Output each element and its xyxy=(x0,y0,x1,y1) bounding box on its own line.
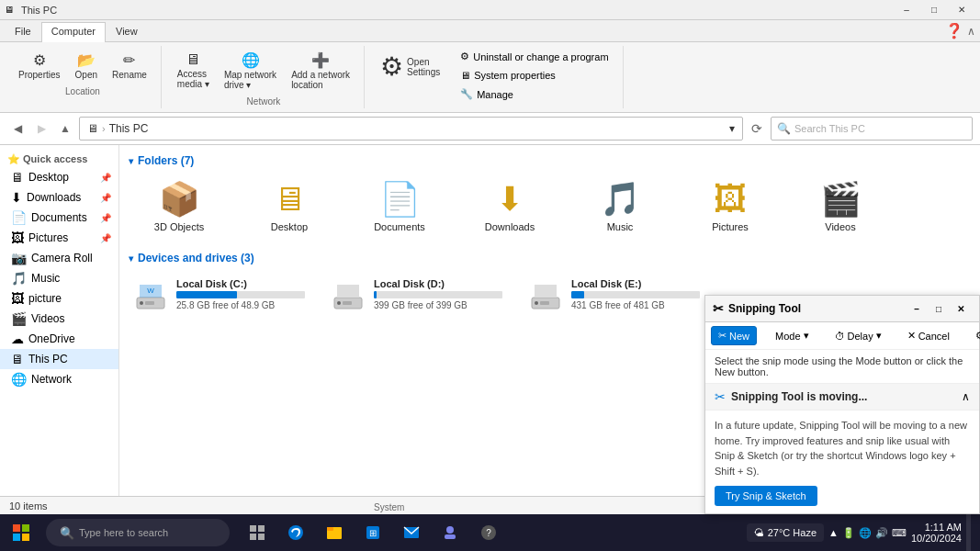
snipping-cancel-button[interactable]: ✕ Cancel xyxy=(900,326,957,345)
folder-3d-objects[interactable]: 📦 3D Objects xyxy=(129,174,230,238)
snipping-minimize-button[interactable]: – xyxy=(906,299,928,318)
access-media-button[interactable]: 🖥 Accessmedia ▾ xyxy=(171,48,216,94)
refresh-button[interactable]: ⟳ xyxy=(747,118,767,139)
snipping-title-bar: ✂ Snipping Tool – □ ✕ xyxy=(705,296,979,322)
taskbar: 🔍 Type here to search xyxy=(0,514,980,551)
sidebar-item-pictures[interactable]: 🖼 Pictures 📌 xyxy=(0,228,118,248)
weather-widget[interactable]: 🌤 27°C Haze xyxy=(747,523,824,542)
snipping-tool-window: ✂ Snipping Tool – □ ✕ ✂ New Mode ▾ ⏱ Del… xyxy=(704,295,980,514)
forward-button[interactable]: ▶ xyxy=(31,118,51,139)
pin-icon-2: 📌 xyxy=(100,193,111,203)
snipping-new-button[interactable]: ✂ New xyxy=(711,326,757,345)
folder-desktop[interactable]: 🖥 Desktop xyxy=(239,174,340,238)
snipping-mode-button[interactable]: Mode ▾ xyxy=(768,326,817,345)
sidebar-item-network[interactable]: 🌐 Network xyxy=(0,369,118,389)
close-button[interactable]: ✕ xyxy=(948,0,975,20)
window-icon: 🖥 xyxy=(5,5,14,15)
tab-view[interactable]: View xyxy=(106,22,148,41)
sidebar-item-picture[interactable]: 🖼 picture xyxy=(0,288,118,309)
open-settings-button[interactable]: ⚙ OpenSettings xyxy=(374,48,446,86)
uninstall-button[interactable]: ⚙ Uninstall or change a program xyxy=(454,48,614,65)
drive-e[interactable]: Local Disk (E:) 431 GB free of 481 GB xyxy=(524,272,707,316)
sidebar-item-camera-roll[interactable]: 📷 Camera Roll xyxy=(0,248,118,268)
sidebar-item-videos[interactable]: 🎬 Videos xyxy=(0,309,118,329)
map-network-icon: 🌐 xyxy=(242,51,260,69)
back-button[interactable]: ◀ xyxy=(7,118,28,139)
rename-button[interactable]: ✏ Rename xyxy=(106,48,153,84)
svg-text:?: ? xyxy=(486,528,491,538)
documents-icon: 📄 xyxy=(11,210,27,225)
network-tray-icon[interactable]: 🌐 xyxy=(859,527,872,539)
start-button[interactable] xyxy=(0,514,41,551)
sidebar-item-downloads[interactable]: ⬇ Downloads 📌 xyxy=(0,187,118,208)
snipping-options-button[interactable]: ⚙ Options xyxy=(968,326,980,345)
onedrive-icon: ☁ xyxy=(11,332,24,346)
drive-e-icon xyxy=(529,277,562,310)
snipping-close-button[interactable]: ✕ xyxy=(950,299,972,318)
open-button[interactable]: 📂 Open xyxy=(69,48,104,84)
snipping-delay-button[interactable]: ⏱ Delay ▾ xyxy=(828,326,889,345)
teams-button[interactable] xyxy=(432,514,468,551)
drive-d[interactable]: Local Disk (D:) 399 GB free of 399 GB xyxy=(326,272,510,316)
show-desktop-button[interactable] xyxy=(966,514,971,551)
try-snip-sketch-button[interactable]: Try Snip & Sketch xyxy=(715,486,817,506)
address-path[interactable]: 🖥 › This PC ▾ xyxy=(79,117,743,141)
folder-pictures[interactable]: 🖼 Pictures xyxy=(680,174,781,238)
drive-d-info: Local Disk (D:) 399 GB free of 399 GB xyxy=(374,278,504,310)
drive-c-icon: W xyxy=(134,277,167,310)
date-display: 10/20/2024 xyxy=(911,533,962,544)
tab-file[interactable]: File xyxy=(5,22,41,41)
snipping-title-controls: – □ ✕ xyxy=(906,299,972,318)
folder-music[interactable]: 🎵 Music xyxy=(569,174,670,238)
up-button[interactable]: ▲ xyxy=(55,118,75,139)
drive-c[interactable]: W Local Disk (C:) 25.8 GB free of 48.9 G… xyxy=(129,272,312,316)
sidebar-item-documents[interactable]: 📄 Documents 📌 xyxy=(0,208,118,228)
manage-button[interactable]: 🔧 Manage xyxy=(454,85,614,103)
title-bar-icons: 🖥 xyxy=(5,5,14,15)
tab-computer[interactable]: Computer xyxy=(41,22,106,42)
unknown-button[interactable]: ? xyxy=(470,514,507,551)
ribbon-collapse-icon[interactable]: ∧ xyxy=(967,25,975,38)
add-network-location-button[interactable]: ➕ Add a networklocation xyxy=(285,48,356,94)
address-chevron[interactable]: ▾ xyxy=(729,122,735,135)
svg-rect-18 xyxy=(13,534,20,541)
drive-e-bar xyxy=(571,291,700,298)
maximize-button[interactable]: □ xyxy=(920,0,948,20)
show-hidden-button[interactable]: ▲ xyxy=(828,527,839,538)
system-group-label: System xyxy=(374,502,404,512)
system-properties-button[interactable]: 🖥 System properties xyxy=(454,67,614,84)
mail-button[interactable] xyxy=(393,514,430,551)
sidebar: ⭐ Quick access 🖥 Desktop 📌 ⬇ Downloads 📌… xyxy=(0,145,119,496)
snipping-moving-header[interactable]: ✂ Snipping Tool is moving... ∧ xyxy=(705,384,979,410)
music-icon: 🎵 xyxy=(11,271,27,286)
svg-rect-19 xyxy=(22,534,29,541)
svg-rect-31 xyxy=(445,534,456,539)
clock[interactable]: 1:11 AM 10/20/2024 xyxy=(911,522,962,544)
sidebar-item-music[interactable]: 🎵 Music xyxy=(0,268,118,288)
battery-icon: 🔋 xyxy=(842,527,855,539)
edge-button[interactable] xyxy=(277,514,314,551)
task-view-button[interactable] xyxy=(239,514,276,551)
properties-button[interactable]: ⚙ Properties xyxy=(12,48,67,84)
minimize-button[interactable]: – xyxy=(893,0,920,20)
volume-icon[interactable]: 🔊 xyxy=(875,527,888,539)
drives-section-header[interactable]: ▾ Devices and drives (3) xyxy=(129,252,971,264)
folder-documents[interactable]: 📄 Documents xyxy=(349,174,450,238)
snipping-maximize-button[interactable]: □ xyxy=(928,299,950,318)
sidebar-item-onedrive[interactable]: ☁ OneDrive xyxy=(0,329,118,349)
store-button[interactable]: ⊞ xyxy=(355,514,391,551)
drives-chevron: ▾ xyxy=(129,253,133,264)
ribbon-group-network: 🖥 Accessmedia ▾ 🌐 Map networkdrive ▾ ➕ A… xyxy=(163,46,365,108)
sidebar-item-this-pc[interactable]: 🖥 This PC xyxy=(0,349,118,369)
folder-downloads[interactable]: ⬇ Downloads xyxy=(459,174,560,238)
explorer-button[interactable] xyxy=(316,514,353,551)
search-icon: 🔍 xyxy=(777,122,791,135)
map-network-drive-button[interactable]: 🌐 Map networkdrive ▾ xyxy=(218,48,283,94)
search-box[interactable]: 🔍 Search This PC xyxy=(771,117,973,141)
help-icon[interactable]: ❓ xyxy=(945,22,963,39)
folders-section-header[interactable]: ▾ Folders (7) xyxy=(129,154,971,167)
taskbar-icons: ⊞ ? xyxy=(239,514,507,551)
taskbar-search-box[interactable]: 🔍 Type here to search xyxy=(46,519,230,546)
sidebar-item-desktop[interactable]: 🖥 Desktop 📌 xyxy=(0,167,118,187)
folder-videos[interactable]: 🎬 Videos xyxy=(790,174,891,238)
